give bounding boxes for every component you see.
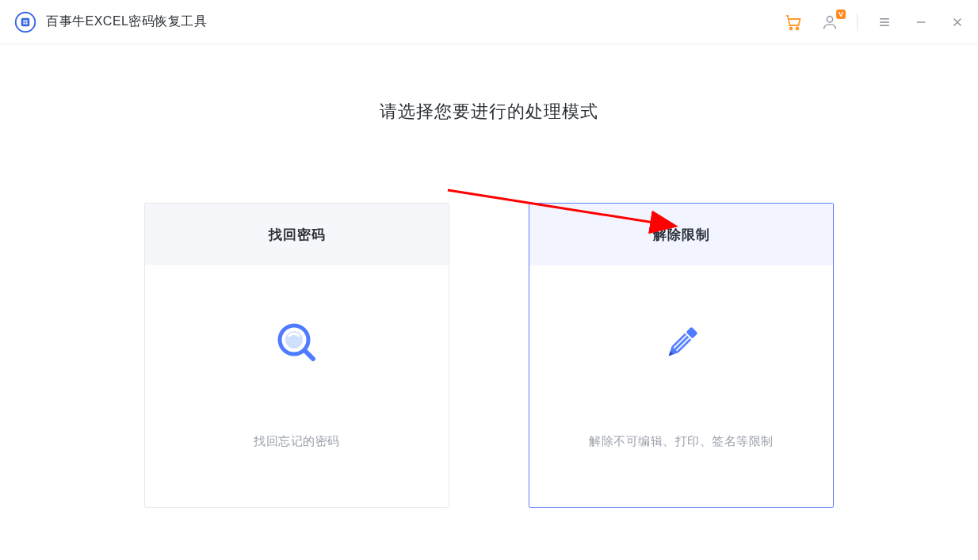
svg-rect-5: [25, 22, 27, 24]
card-title: 解除限制: [653, 226, 710, 244]
main-area: 请选择您要进行的处理模式 找回密码 找回忘记的密码 解除: [0, 44, 978, 508]
titlebar-divider: [857, 13, 858, 31]
pencil-icon: [654, 315, 709, 371]
card-body: 找回忘记的密码: [145, 265, 449, 507]
cart-icon[interactable]: [784, 13, 803, 32]
svg-rect-4: [23, 22, 25, 24]
titlebar: 百事牛EXCEL密码恢复工具 V: [0, 0, 978, 44]
card-recover-password[interactable]: 找回密码 找回忘记的密码: [144, 203, 449, 508]
card-desc: 解除不可编辑、打印、签名等限制: [589, 434, 774, 449]
svg-line-17: [305, 351, 313, 359]
menu-icon[interactable]: [875, 13, 894, 32]
card-body: 解除不可编辑、打印、签名等限制: [529, 265, 833, 507]
svg-rect-2: [23, 20, 25, 21]
user-icon[interactable]: V: [820, 13, 839, 32]
card-header: 找回密码: [145, 204, 449, 265]
app-logo-icon: [14, 11, 36, 33]
vip-badge: V: [836, 10, 846, 19]
svg-point-8: [827, 16, 832, 21]
card-remove-restriction[interactable]: 解除限制 解除不可编辑、打印、签名等限制: [529, 203, 834, 508]
card-desc: 找回忘记的密码: [254, 434, 340, 449]
app-title: 百事牛EXCEL密码恢复工具: [46, 13, 207, 30]
card-title: 找回密码: [269, 226, 326, 244]
titlebar-left: 百事牛EXCEL密码恢复工具: [14, 11, 207, 33]
page-title: 请选择您要进行的处理模式: [380, 100, 598, 124]
magnifier-icon: [269, 315, 325, 371]
svg-point-6: [790, 27, 793, 29]
svg-rect-3: [25, 20, 27, 21]
titlebar-right: V: [784, 13, 967, 32]
mode-cards: 找回密码 找回忘记的密码 解除限制: [144, 203, 834, 508]
close-icon[interactable]: [948, 13, 967, 32]
svg-point-7: [797, 27, 799, 29]
svg-rect-1: [21, 17, 30, 26]
minimize-icon[interactable]: [911, 13, 930, 32]
card-header: 解除限制: [529, 204, 833, 265]
